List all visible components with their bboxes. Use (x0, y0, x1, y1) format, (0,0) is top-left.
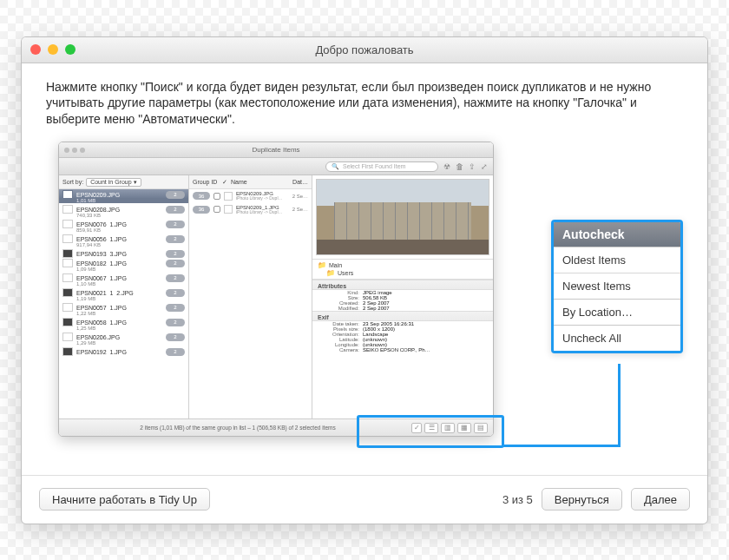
list-item[interactable]: EPSN0192_1.JPG2 (59, 346, 188, 356)
menu-autocheck[interactable]: Autocheck (554, 222, 680, 247)
count-badge: 2 (166, 221, 185, 228)
file-name: EPSN0193_3.JPG (76, 251, 162, 257)
menu-oldest-items[interactable]: Oldest Items (554, 247, 680, 273)
col-group: Group ID (193, 179, 222, 185)
sort-panel: Sort by: Count in Group ▾ EPSN0209.JPG21… (59, 175, 189, 418)
menu-by-location[interactable]: By Location… (554, 299, 680, 325)
count-badge: 2 (166, 333, 185, 341)
count-badge: 2 (166, 260, 185, 267)
wizard-footer: Начните работать в Tidy Up 3 из 5 Вернут… (22, 475, 707, 524)
file-name: EPSN0076_1.JPG (76, 221, 162, 227)
view-grid-icon[interactable]: ▦ (457, 423, 471, 433)
thumbnail-icon (62, 288, 73, 297)
file-size: 1,29 MB (59, 340, 188, 346)
thumbnail-icon (62, 220, 73, 228)
connector-line (618, 364, 621, 447)
count-badge: 2 (166, 289, 185, 297)
status-text: 2 items (1,01 MB) of the same group in l… (64, 425, 411, 431)
folder-tree[interactable]: Main Users (312, 259, 493, 280)
file-name: EPSN0206.JPG (76, 334, 162, 340)
thumbnail-icon (224, 205, 233, 214)
menu-newest-items[interactable]: Newest Items (554, 273, 680, 299)
inner-app-window: Duplicate Items 🔍 Select First Found Ite… (58, 142, 494, 437)
file-name: EPSN0209_1.JPGiPhoto Library -> Dupl… (236, 205, 283, 215)
file-size: 1,09 MB (59, 267, 188, 272)
thumbnail-icon (62, 205, 73, 214)
file-name: EPSN0067_1.JPG (76, 275, 162, 281)
hazard-icon[interactable]: ☢ (443, 162, 450, 171)
view-columns-icon[interactable]: ▥ (441, 423, 455, 433)
back-button[interactable]: Вернуться (542, 488, 622, 511)
thumbnail-icon (62, 318, 73, 326)
start-button[interactable]: Начните работать в Tidy Up (39, 488, 210, 511)
file-name: EPSN0192_1.JPG (76, 349, 162, 355)
count-badge: 2 (166, 235, 185, 243)
view-list-icon[interactable]: ☰ (424, 423, 438, 433)
folder-users: Users (318, 269, 488, 277)
minimize-icon[interactable] (48, 44, 58, 55)
welcome-window: Добро пожаловать Нажмите кнопку "Поиск" … (21, 36, 708, 524)
thumbnail-icon (62, 333, 73, 341)
zoom-icon[interactable] (65, 44, 76, 55)
checkbox[interactable] (213, 193, 220, 200)
expand-icon[interactable]: ⤢ (481, 162, 488, 171)
check-button[interactable]: ✓ (411, 423, 422, 433)
exif-camera: SEIKO EPSON CORP., Ph… (363, 347, 488, 352)
file-date: 2 Se… (292, 207, 308, 212)
file-size: 1,01 MB (59, 198, 188, 203)
window-controls (22, 44, 76, 55)
autocheck-menu: Autocheck Oldest Items Newest Items By L… (551, 220, 683, 353)
count-badge: 2 (166, 274, 185, 282)
thumbnail-icon (62, 303, 73, 312)
folder-main: Main (318, 261, 488, 269)
attributes-heading: Attributes (312, 280, 493, 290)
export-icon[interactable]: ⇪ (469, 162, 476, 171)
thumbnail-icon (62, 249, 73, 258)
checkbox[interactable] (213, 206, 220, 213)
file-name: EPSN0021_1_2.JPG (76, 290, 162, 296)
file-name: EPSN0182_1.JPG (76, 260, 162, 267)
view-coverflow-icon[interactable]: ▤ (474, 423, 488, 433)
window-body: Нажмите кнопку "Поиск" и когда будет вид… (22, 63, 707, 475)
thumbnail-icon (62, 190, 73, 199)
thumbnail-icon (62, 259, 73, 267)
group-item-list[interactable]: 36EPSN0209.JPGiPhoto Library -> Dupl…2 S… (189, 189, 312, 418)
file-name: EPSN0056_1.JPG (76, 236, 162, 242)
count-badge: 2 (166, 206, 185, 214)
inner-toolbar: 🔍 Select First Found Item ☢ 🗑 ⇪ ⤢ (59, 158, 493, 175)
file-list[interactable]: EPSN0209.JPG21,01 MBEPSN0208.JPG2740,33 … (59, 189, 188, 418)
group-id-badge: 36 (193, 206, 210, 214)
sort-label: Sort by: (62, 179, 83, 185)
group-panel: Group ID ✓ Name Dat… 36EPSN0209.JPGiPhot… (189, 175, 312, 418)
search-icon: 🔍 (332, 163, 339, 170)
file-size: 740,33 KB (59, 213, 188, 218)
page-indicator: 3 из 5 (502, 493, 533, 506)
group-item[interactable]: 36EPSN0209_1.JPGiPhoto Library -> Dupl…2… (189, 203, 312, 217)
file-size: 1,19 MB (59, 296, 188, 301)
thumbnail-icon (62, 347, 73, 356)
thumbnail-icon (62, 234, 73, 243)
file-size: 917,94 KB (59, 242, 188, 247)
inner-window-title: Duplicate Items (59, 146, 493, 154)
count-badge: 2 (166, 348, 185, 356)
count-badge: 2 (166, 250, 185, 258)
file-name: EPSN0209.JPGiPhoto Library -> Dupl… (236, 191, 283, 201)
next-button[interactable]: Далее (631, 488, 690, 511)
tutorial-stage: Duplicate Items 🔍 Select First Found Ite… (46, 142, 683, 463)
group-id-badge: 36 (193, 192, 210, 200)
menu-uncheck-all[interactable]: Uncheck All (554, 325, 680, 351)
instruction-text: Нажмите кнопку "Поиск" и когда будет вид… (46, 79, 683, 128)
file-name: EPSN0208.JPG (76, 207, 162, 213)
col-name: Name (231, 179, 292, 185)
close-icon[interactable] (30, 44, 41, 55)
list-item[interactable]: EPSN0193_3.JPG2 (59, 248, 188, 258)
file-date: 2 Se… (292, 194, 308, 199)
window-title: Добро пожаловать (22, 43, 707, 56)
search-input[interactable]: 🔍 Select First Found Item (325, 161, 438, 172)
group-item[interactable]: 36EPSN0209.JPGiPhoto Library -> Dupl…2 S… (189, 189, 312, 203)
file-size: 1,22 MB (59, 311, 188, 316)
trash-icon[interactable]: 🗑 (456, 162, 463, 171)
sort-select[interactable]: Count in Group ▾ (86, 178, 141, 187)
file-name: EPSN0209.JPG (76, 192, 162, 198)
file-name: EPSN0057_1.JPG (76, 305, 162, 311)
